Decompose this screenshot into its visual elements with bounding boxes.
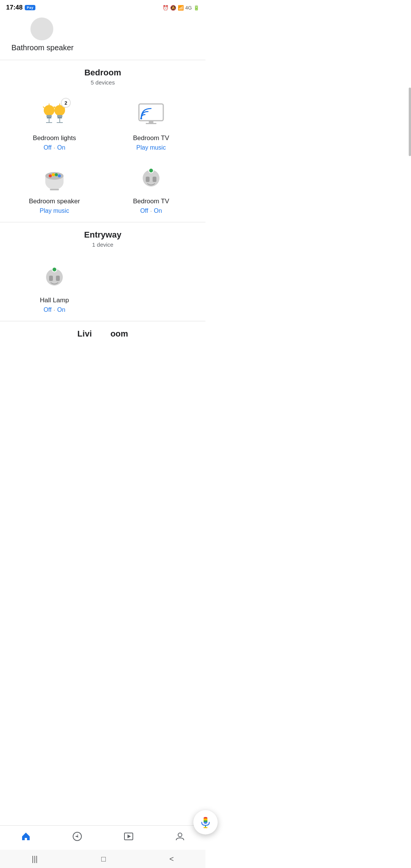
bedroom-tv-cast-name: Bedroom TV (133, 134, 169, 142)
bedroom-lights-on-btn[interactable]: On (57, 144, 65, 151)
bedroom-lights-name: Bedroom lights (33, 134, 76, 142)
bathroom-speaker-name: Bathroom speaker (11, 43, 73, 52)
svg-rect-2 (47, 117, 51, 118)
bedroom-tv-plug-actions: Off • On (140, 207, 162, 214)
svg-rect-30 (146, 177, 150, 182)
svg-rect-19 (146, 123, 156, 124)
bedroom-tv-plug-on-btn[interactable]: On (154, 207, 162, 214)
svg-point-25 (55, 173, 58, 176)
bedroom-speaker-play-btn[interactable]: Play music (40, 207, 69, 214)
svg-point-23 (49, 174, 52, 177)
bedroom-subtitle: 5 devices (6, 79, 199, 86)
signal-icon: 4G (185, 5, 192, 11)
bedroom-lights-icon-wrap: 2 (37, 97, 72, 131)
svg-rect-1 (46, 115, 52, 117)
hall-lamp-icon-wrap (37, 259, 72, 294)
status-icons: ⏰ 🔕 📶 4G 🔋 (162, 5, 199, 11)
entryway-title: Entryway (6, 230, 199, 240)
action-dot-2: • (150, 209, 151, 213)
mute-icon: 🔕 (170, 5, 176, 11)
living-room-section: Livi oom (0, 321, 206, 400)
action-dot-3: • (54, 308, 55, 312)
svg-rect-35 (56, 276, 60, 281)
bedroom-tv-cast-icon-wrap (134, 97, 168, 131)
device-card-bedroom-lights: 2 Bedroom lights Off • On (6, 92, 103, 155)
time-label: 17:48 (6, 4, 22, 11)
living-room-title: Livi oom (77, 329, 128, 339)
bedroom-lights-actions: Off • On (43, 144, 65, 151)
bedroom-tv-plug-icon-wrap (134, 160, 168, 195)
living-title-gap (92, 329, 110, 338)
bedroom-speaker-actions: Play music (40, 207, 69, 214)
entryway-device-grid: Hall Lamp Off • On (6, 254, 199, 317)
speaker-icon (41, 162, 68, 193)
svg-rect-8 (57, 117, 62, 118)
bedroom-tv-plug-off-btn[interactable]: Off (140, 207, 148, 214)
bedroom-device-grid: 2 Bedroom lights Off • On (6, 92, 199, 218)
tv-cast-icon (136, 101, 166, 128)
bathroom-speaker-avatar (30, 18, 53, 40)
device-card-bedroom-speaker: Bedroom speaker Play music (6, 155, 103, 218)
empty-card (103, 254, 199, 317)
svg-point-17 (140, 118, 142, 120)
wifi-icon: 📶 (178, 5, 184, 11)
bathroom-section: Bathroom speaker (0, 14, 206, 60)
bedroom-lights-off-btn[interactable]: Off (43, 144, 51, 151)
status-time: 17:48 Pay (6, 4, 35, 11)
svg-rect-31 (153, 177, 156, 182)
device-card-bedroom-tv-cast: Bedroom TV Play music (103, 92, 199, 155)
hall-lamp-actions: Off • On (43, 306, 65, 313)
living-title-part1: Livi (77, 329, 92, 338)
svg-line-3 (43, 107, 45, 108)
bedroom-speaker-name: Bedroom speaker (29, 198, 80, 205)
svg-rect-34 (49, 276, 53, 281)
plug-icon-1 (137, 162, 165, 193)
action-dot-1: • (54, 146, 55, 150)
battery-icon: 🔋 (193, 5, 199, 11)
bedroom-tv-cast-actions: Play music (136, 144, 166, 151)
bedroom-section: Bedroom 5 devices (0, 60, 206, 222)
device-card-hall-lamp: Hall Lamp Off • On (6, 254, 103, 317)
living-room-title-area: Livi oom (6, 329, 199, 339)
svg-rect-27 (50, 189, 59, 190)
svg-rect-7 (57, 115, 62, 117)
hall-lamp-off-btn[interactable]: Off (43, 306, 51, 313)
bedroom-speaker-icon-wrap (37, 160, 72, 195)
bedroom-tv-plug-name: Bedroom TV (133, 198, 169, 205)
svg-point-0 (44, 105, 54, 116)
svg-point-29 (149, 168, 153, 173)
living-title-part2: oom (110, 329, 128, 338)
svg-point-33 (52, 267, 57, 272)
plug-icon-2 (41, 261, 68, 292)
device-card-bedroom-tv-plug: Bedroom TV Off • On (103, 155, 199, 218)
svg-rect-18 (149, 121, 153, 123)
entryway-subtitle: 1 device (6, 241, 199, 248)
bedroom-tv-cast-play-btn[interactable]: Play music (136, 144, 166, 151)
status-bar: 17:48 Pay ⏰ 🔕 📶 4G 🔋 (0, 0, 206, 14)
hall-lamp-name: Hall Lamp (40, 297, 69, 304)
bedroom-title: Bedroom (6, 68, 199, 78)
pay-badge: Pay (25, 5, 35, 10)
hall-lamp-on-btn[interactable]: On (57, 306, 65, 313)
svg-point-26 (58, 174, 61, 177)
entryway-section: Entryway 1 device Hall Lamp Off • On (0, 222, 206, 321)
alarm-icon: ⏰ (162, 5, 169, 11)
bedroom-lights-badge: 2 (61, 98, 71, 108)
svg-point-24 (52, 173, 55, 176)
